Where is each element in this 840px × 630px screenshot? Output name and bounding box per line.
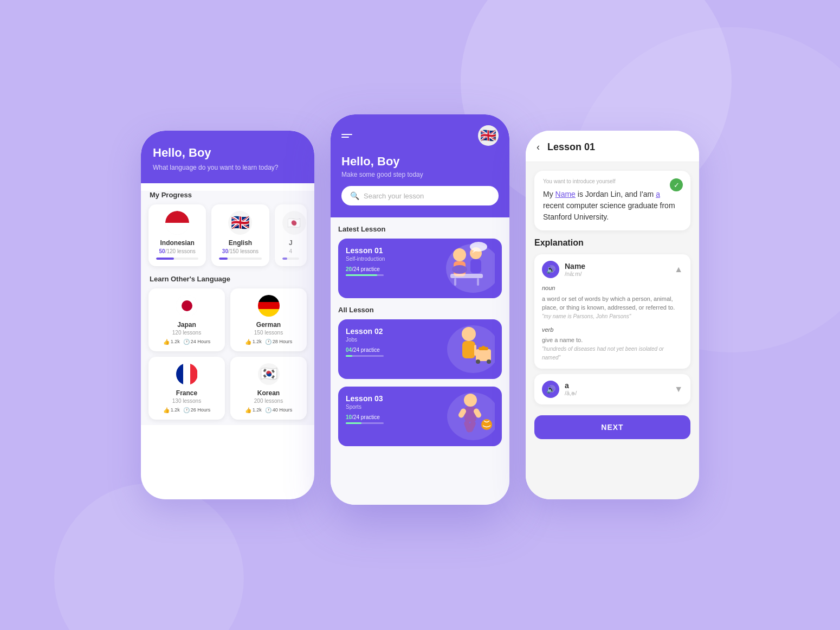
p1-indonesia-name: Indonesian [156,239,198,247]
p1-japan-meta: 👍 1.2k 🕐 24 Hours [155,339,218,345]
p3-example-noun: "my name is Parsons, John Parsons" [542,312,683,321]
p1-partial-flag: 🇯🇵 [282,211,306,235]
svg-point-1 [453,248,466,261]
p3-word-name-underline: Name [555,190,576,198]
hamburger-icon[interactable] [341,134,352,138]
p3-word-a-title: a [565,381,577,390]
p2-lesson1-illustration [427,239,497,298]
p3-example-verb: "hundreds of diseases had not yet been i… [542,345,683,362]
p2-latest-title: Latest Lesson [338,225,502,233]
p2-all-title: All Lesson [338,306,502,314]
p1-header: Hello, Boy What language do you want to … [141,131,314,183]
p2-lesson1-title: Lesson 01 [346,246,385,255]
like-icon-3: 👍 [163,407,170,413]
p1-german-card[interactable]: German 150 lessons 👍 1.2k 🕐 28 Hours [230,288,307,351]
p1-partial-lessons: 4 [282,248,299,254]
p3-def-verb-text: give a name to. [542,336,683,345]
svg-rect-16 [482,346,485,348]
p2-lesson1-practice: 20/24 practice [346,266,385,272]
p3-back-button[interactable]: ‹ [537,142,540,153]
search-icon: 🔍 [350,191,359,200]
p2-lesson2-subtitle: Jobs [346,337,384,343]
p2-header: 🇬🇧 Hello, Boy Make some good step today … [331,114,509,217]
like-icon-2: 👍 [245,339,251,345]
p1-partial-bar [282,258,299,260]
p3-word-a-card[interactable]: 🔊 a /ā,ə/ ▼ [534,374,690,404]
p1-france-flag [176,363,198,385]
svg-rect-14 [476,349,491,361]
svg-rect-5 [470,259,481,273]
p3-a-chevron-down[interactable]: ▼ [674,384,683,394]
p3-word-a-phonetic: /ā,ə/ [565,390,577,397]
menu-line-2 [341,137,349,138]
p2-lesson2-title: Lesson 02 [346,327,384,336]
p3-def-noun-text: a word or set of words by which a person… [542,294,683,312]
p2-lesson3-practice: 10/24 practice [346,414,384,420]
p3-word-name-header: 🔊 Name /nāːm/ ▲ [542,261,683,278]
p1-english-progress-fill [219,258,228,260]
svg-point-12 [462,327,476,341]
p1-indonesia-progress-fill [156,258,174,260]
p2-lesson1-info: Lesson 01 Self-introduction 20/24 practi… [346,246,385,276]
p2-lesson3-subtitle: Sports [346,404,384,410]
p2-lesson3-card[interactable]: Lesson 03 Sports 10/24 practice [338,387,502,446]
p3-word-name-phonetic: /nāːm/ [565,271,585,278]
p3-name-chevron-up[interactable]: ▲ [674,265,683,274]
svg-rect-19 [474,345,476,356]
p2-lesson3-info: Lesson 03 Sports 10/24 practice [346,394,384,424]
p1-korean-flag: 🇰🇷 [258,363,280,385]
p1-german-lessons: 150 lessons [237,330,300,336]
svg-rect-22 [464,407,476,422]
p1-english-card[interactable]: 🇬🇧 English 30/150 lessons [211,204,269,266]
p1-other-section: Japan 120 lessons 👍 1.2k 🕐 24 Hours [141,288,314,420]
p3-speaker-a-icon[interactable]: 🔊 [542,381,559,398]
clock-icon-3: 🕐 [183,407,190,413]
p2-lesson2-progress [346,355,384,357]
lesson2-svg [430,322,495,376]
phones-container: Hello, Boy What language do you want to … [141,125,699,505]
p1-indonesian-card[interactable]: Indonesian 50/120 lessons [148,204,206,266]
p3-word-name-card[interactable]: 🔊 Name /nāːm/ ▲ noun a word or set of wo… [534,254,690,369]
phone-2: 🇬🇧 Hello, Boy Make some good step today … [331,114,509,505]
p1-others-title: Learn Other's Language [150,275,306,283]
p1-uk-flag: 🇬🇧 [228,211,252,235]
like-icon: 👍 [163,339,170,345]
lesson1-svg [430,241,495,295]
p1-france-meta: 👍 1.2k 🕐 26 Hours [155,407,218,413]
p2-lesson3-title: Lesson 03 [346,394,384,403]
clock-icon-2: 🕐 [265,339,272,345]
p2-body: Latest Lesson Lesson 01 Self-introductio… [331,217,509,505]
p3-word-name-title: Name [565,262,585,271]
p2-lesson1-fill [346,274,377,276]
speaker-icon: 🔊 [546,265,555,274]
svg-rect-7 [454,278,456,286]
p1-greeting: Hello, Boy [153,146,302,160]
p2-lesson1-card[interactable]: Lesson 01 Self-introduction 20/24 practi… [338,239,502,298]
p1-body: My Progress Indonesian 50/120 lessons [141,191,314,425]
p3-word-a-left: 🔊 a /ā,ə/ [542,381,577,398]
p3-speaker-name-icon[interactable]: 🔊 [542,261,559,278]
p2-search-bar[interactable]: 🔍 Search your lesson [341,186,499,205]
p3-word-a-info: a /ā,ə/ [565,381,577,397]
svg-point-27 [481,419,492,430]
p1-japan-flag [176,295,198,317]
p1-japan-card[interactable]: Japan 120 lessons 👍 1.2k 🕐 24 Hours [148,288,225,351]
p1-english-name: English [219,239,261,247]
p3-sentence-label: You want to introduce yourself [543,178,682,184]
p1-korean-lessons: 200 lessons [237,398,300,404]
p1-german-hours: 🕐 28 Hours [265,339,293,345]
p1-japan-lessons: 120 lessons [155,330,218,336]
p3-next-button[interactable]: NEXT [534,415,690,439]
phone-3: ‹ Lesson 01 You want to introduce yourse… [526,131,699,499]
p1-korean-card[interactable]: 🇰🇷 Korean 200 lessons 👍 1.2k 🕐 40 Hou [230,357,307,420]
p1-korean-meta: 👍 1.2k 🕐 40 Hours [237,407,300,413]
clock-icon-4: 🕐 [265,407,272,413]
p1-german-name: German [237,321,300,329]
p2-lesson2-card[interactable]: Lesson 02 Jobs 04/24 practice [338,319,502,379]
p1-progress-title: My Progress [150,191,306,199]
p1-other-grid: Japan 120 lessons 👍 1.2k 🕐 24 Hours [148,288,307,420]
p2-language-flag[interactable]: 🇬🇧 [478,125,499,146]
p2-greeting: Hello, Boy [341,155,499,169]
p3-check-icon: ✓ [670,178,683,191]
p1-france-card[interactable]: France 130 lessons 👍 1.2k 🕐 26 Hours [148,357,225,420]
